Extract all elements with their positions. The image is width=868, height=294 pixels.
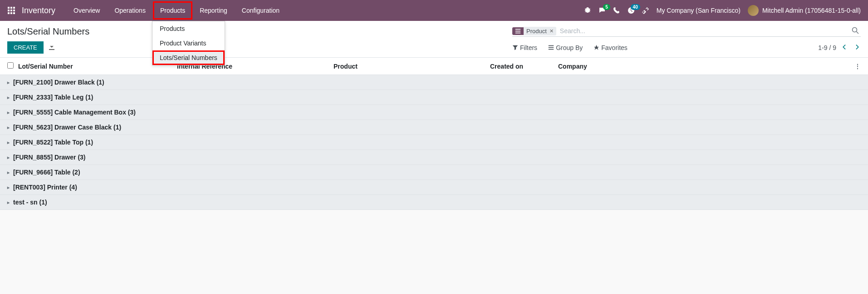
search-facet-value: Product ✕ [524, 27, 556, 35]
group-row[interactable]: ▸[FURN_8855] Drawer (3) [0, 150, 868, 165]
chat-badge: 5 [603, 4, 610, 10]
svg-rect-10 [515, 30, 520, 31]
page-title: Lots/Serial Numbers [7, 26, 89, 37]
svg-rect-7 [10, 12, 12, 14]
svg-point-12 [853, 27, 857, 32]
filter-bar: Filters Group By Favorites 1-9 / 9 [512, 43, 861, 52]
svg-rect-6 [8, 12, 10, 14]
search-facet-groupby[interactable] [512, 27, 524, 35]
svg-rect-5 [13, 10, 15, 11]
caret-right-icon: ▸ [7, 140, 10, 145]
group-label: [FURN_5555] Cable Management Box (3) [13, 109, 136, 116]
group-row[interactable]: ▸[FURN_2333] Table Leg (1) [0, 90, 868, 105]
svg-rect-8 [13, 12, 15, 14]
group-row[interactable]: ▸[FURN_9666] Table (2) [0, 165, 868, 180]
control-panel: Lots/Serial Numbers Product ✕ CREATE Fil… [0, 21, 868, 58]
pager: 1-9 / 9 [818, 43, 861, 52]
svg-line-13 [857, 31, 859, 34]
group-row[interactable]: ▸[FURN_2100] Drawer Black (1) [0, 75, 868, 90]
group-label: test - sn (1) [13, 199, 47, 206]
svg-rect-3 [8, 10, 10, 11]
user-menu[interactable]: Mitchell Admin (17056481-15-0-all) [748, 5, 861, 16]
filters-button[interactable]: Filters [512, 44, 537, 51]
group-label: [FURN_8855] Drawer (3) [13, 154, 86, 161]
groupby-button[interactable]: Group By [548, 44, 583, 51]
nav-reporting[interactable]: Reporting [192, 1, 235, 20]
create-button[interactable]: CREATE [7, 41, 44, 54]
app-brand[interactable]: Inventory [22, 6, 55, 15]
col-product[interactable]: Product [333, 63, 490, 70]
dropdown-lots-serial[interactable]: Lots/Serial Numbers [152, 50, 225, 65]
svg-rect-4 [10, 10, 12, 11]
filters-label: Filters [520, 44, 537, 51]
group-label: [FURN_2333] Table Leg (1) [13, 94, 93, 101]
nav-operations[interactable]: Operations [107, 1, 152, 20]
caret-right-icon: ▸ [7, 170, 10, 175]
import-button[interactable] [48, 43, 55, 52]
clock-badge: 40 [631, 4, 640, 10]
caret-right-icon: ▸ [7, 80, 10, 85]
avatar [748, 5, 759, 16]
svg-rect-1 [10, 7, 12, 9]
col-options-icon[interactable]: ⋮ [852, 63, 861, 70]
search-icon[interactable] [850, 27, 861, 35]
clock-icon[interactable]: 40 [628, 7, 635, 14]
group-label: [FURN_2100] Drawer Black (1) [13, 79, 104, 86]
list-view: Lot/Serial Number Internal Reference Pro… [0, 58, 868, 210]
pager-range[interactable]: 1-9 / 9 [818, 44, 836, 51]
nav-products[interactable]: Products [153, 1, 192, 20]
dropdown-products[interactable]: Products [152, 21, 225, 36]
group-label: [FURN_9666] Table (2) [13, 169, 80, 176]
dropdown-product-variants[interactable]: Product Variants [152, 36, 225, 50]
table-header: Lot/Serial Number Internal Reference Pro… [0, 58, 868, 75]
pager-next[interactable] [853, 43, 861, 52]
search-facet-text: Product [526, 28, 547, 35]
user-name: Mitchell Admin (17056481-15-0-all) [762, 7, 861, 14]
group-row[interactable]: ▸[FURN_8522] Table Top (1) [0, 135, 868, 150]
products-dropdown: Products Product Variants Lots/Serial Nu… [152, 21, 225, 65]
group-row[interactable]: ▸test - sn (1) [0, 195, 868, 210]
svg-rect-16 [549, 49, 554, 50]
phone-icon[interactable] [613, 7, 620, 14]
favorites-label: Favorites [601, 44, 628, 51]
favorites-button[interactable]: Favorites [593, 44, 628, 51]
select-all-checkbox[interactable] [7, 62, 14, 69]
group-row[interactable]: ▸[FURN_5555] Cable Management Box (3) [0, 105, 868, 120]
group-row[interactable]: ▸[RENT003] Printer (4) [0, 180, 868, 195]
svg-rect-9 [515, 29, 520, 30]
caret-right-icon: ▸ [7, 125, 10, 130]
company-switcher[interactable]: My Company (San Francisco) [657, 7, 740, 14]
nav-overview[interactable]: Overview [66, 1, 107, 20]
search-input[interactable] [556, 26, 850, 35]
caret-right-icon: ▸ [7, 155, 10, 160]
group-rows: ▸[FURN_2100] Drawer Black (1) ▸[FURN_233… [0, 75, 868, 210]
group-label: [RENT003] Printer (4) [13, 184, 77, 191]
chat-icon[interactable]: 5 [598, 7, 606, 14]
nav-items: Overview Operations Products Reporting C… [66, 1, 287, 20]
group-label: [FURN_8522] Table Top (1) [13, 139, 93, 146]
caret-right-icon: ▸ [7, 200, 10, 205]
caret-right-icon: ▸ [7, 95, 10, 100]
search-facet-remove[interactable]: ✕ [549, 28, 554, 34]
apps-icon[interactable] [7, 6, 15, 15]
col-created[interactable]: Created on [490, 63, 558, 70]
svg-rect-11 [515, 32, 520, 33]
nav-configuration[interactable]: Configuration [235, 1, 287, 20]
group-label: [FURN_5623] Drawer Case Black (1) [13, 124, 121, 131]
svg-rect-2 [13, 7, 15, 9]
top-nav: Inventory Overview Operations Products R… [0, 0, 868, 21]
caret-right-icon: ▸ [7, 185, 10, 190]
svg-rect-15 [549, 47, 554, 48]
pager-prev[interactable] [841, 43, 848, 52]
group-row[interactable]: ▸[FURN_5623] Drawer Case Black (1) [0, 120, 868, 135]
caret-right-icon: ▸ [7, 110, 10, 115]
search-area: Product ✕ [512, 26, 861, 37]
groupby-label: Group By [556, 44, 583, 51]
svg-rect-0 [8, 7, 10, 9]
tools-icon[interactable] [642, 7, 649, 14]
col-company[interactable]: Company [558, 63, 852, 70]
svg-rect-14 [549, 45, 554, 46]
bug-icon[interactable] [584, 7, 591, 14]
nav-right: 5 40 My Company (San Francisco) Mitchell… [584, 5, 861, 16]
